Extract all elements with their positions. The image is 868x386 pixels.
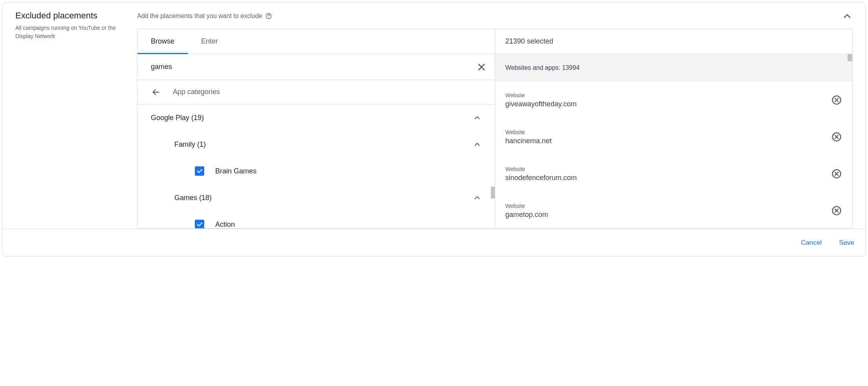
tab-browse[interactable]: Browse: [137, 29, 188, 54]
category-label: Google Play (19): [151, 114, 204, 122]
selected-item-name: giveawayoftheday.com: [505, 100, 827, 108]
placements-picker: Browse Enter: [137, 29, 853, 229]
remove-item-icon[interactable]: [831, 168, 842, 179]
chevron-up-icon[interactable]: [473, 113, 482, 122]
selected-item-name: hancinema.net: [505, 137, 827, 145]
selected-item-type: Website: [505, 129, 827, 135]
back-arrow-icon[interactable]: [151, 87, 161, 97]
sidebar-description: Excluded placements All campaigns runnin…: [15, 11, 137, 40]
scrollbar-thumb[interactable]: [491, 187, 495, 198]
selected-group-header: Websites and apps: 13994: [495, 54, 853, 82]
selected-item-type: Website: [505, 92, 827, 98]
scrollbar-thumb[interactable]: [848, 54, 852, 61]
top-region: Excluded placements All campaigns runnin…: [3, 3, 865, 229]
picker-tabs: Browse Enter: [137, 29, 495, 54]
main-content: Add the placements that you want to excl…: [137, 11, 853, 229]
excluded-placements-card: Excluded placements All campaigns runnin…: [2, 2, 866, 257]
save-button[interactable]: Save: [839, 239, 854, 247]
category-brain-games[interactable]: Brain Games: [137, 158, 495, 184]
category-label: Games (18): [174, 194, 212, 202]
chevron-up-icon[interactable]: [473, 193, 482, 202]
selected-item-type: Website: [505, 166, 827, 172]
category-label: Action: [215, 220, 235, 229]
selected-item-type: Website: [505, 203, 827, 209]
instruction-text: Add the placements that you want to excl…: [137, 13, 262, 20]
selected-item: Website hancinema.net: [495, 118, 853, 155]
search-input[interactable]: [151, 63, 476, 71]
selected-list[interactable]: Websites and apps: 13994 Website giveawa…: [495, 54, 853, 228]
collapse-icon[interactable]: [842, 11, 853, 22]
chevron-up-icon[interactable]: [473, 140, 482, 149]
checkbox-checked-icon[interactable]: [195, 166, 204, 176]
breadcrumb-label: App categories: [173, 88, 220, 96]
section-title: Excluded placements: [15, 11, 129, 21]
category-label: Brain Games: [215, 167, 256, 175]
category-tree[interactable]: Google Play (19) Family (1): [137, 104, 495, 228]
category-label: Family (1): [174, 140, 206, 149]
svg-point-1: [269, 17, 269, 18]
selected-item-name: gametop.com: [505, 211, 827, 219]
remove-item-icon[interactable]: [831, 205, 842, 216]
section-subtitle: All campaigns running on YouTube or the …: [15, 24, 129, 40]
footer-actions: Cancel Save: [3, 229, 865, 256]
selected-count: 21390 selected: [495, 29, 853, 54]
breadcrumb-row: App categories: [137, 80, 495, 104]
checkbox-checked-icon[interactable]: [195, 220, 204, 228]
selected-item: Website sinodefenceforum.com: [495, 155, 853, 192]
search-row: [137, 54, 495, 80]
instruction-row: Add the placements that you want to excl…: [137, 11, 853, 22]
category-family[interactable]: Family (1): [137, 131, 495, 158]
remove-item-icon[interactable]: [831, 131, 842, 142]
category-google-play[interactable]: Google Play (19): [137, 104, 495, 131]
selected-item: Website gametop.com: [495, 192, 853, 228]
help-icon[interactable]: [265, 13, 272, 20]
category-action[interactable]: Action: [137, 211, 495, 228]
category-games[interactable]: Games (18): [137, 184, 495, 211]
remove-item-icon[interactable]: [831, 95, 842, 106]
tab-enter[interactable]: Enter: [188, 29, 231, 54]
selected-panel: 21390 selected Websites and apps: 13994 …: [495, 29, 853, 228]
clear-search-icon[interactable]: [476, 62, 487, 73]
selected-item: Website giveawayoftheday.com: [495, 82, 853, 118]
browse-panel: Browse Enter: [137, 29, 495, 228]
selected-item-name: sinodefenceforum.com: [505, 174, 827, 182]
cancel-button[interactable]: Cancel: [801, 239, 822, 247]
